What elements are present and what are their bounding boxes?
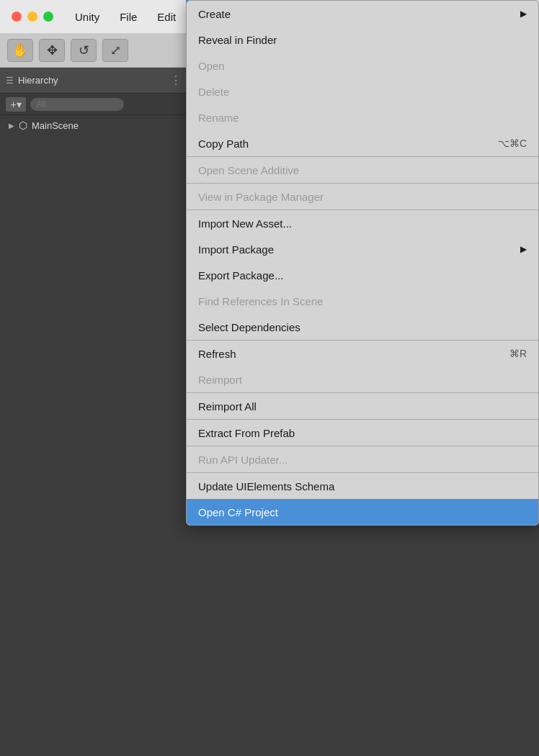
scene-name: MainScene <box>32 120 79 131</box>
menu-item-update-ui-elements[interactable]: Update UIElements Schema <box>187 473 538 499</box>
maximize-tool-button[interactable]: ⤢ <box>102 39 128 62</box>
menu-section-9: Update UIElements Schema Open C# Project <box>187 473 538 525</box>
close-button[interactable] <box>12 12 22 22</box>
menu-item-select-dependencies[interactable]: Select Dependencies <box>187 314 538 340</box>
menu-item-import-package[interactable]: Import Package ▶ <box>187 236 538 262</box>
menu-item-reimport-all[interactable]: Reimport All <box>187 393 538 419</box>
hierarchy-list-icon: ☰ <box>6 76 14 86</box>
menu-item-open-csharp-project[interactable]: Open C# Project <box>187 499 538 525</box>
menu-item-open-scene-additive: Open Scene Additive <box>187 157 538 183</box>
move-icon: ✥ <box>47 42 58 58</box>
menu-item-find-references: Find References In Scene <box>187 288 538 314</box>
window-controls <box>0 0 65 33</box>
menu-section-1: Create ▶ Reveal in Finder Open Delete Re… <box>187 1 538 157</box>
rotate-tool-button[interactable]: ↺ <box>71 39 97 62</box>
arrow-icon: ▶ <box>520 9 527 19</box>
menu-section-5: Refresh ⌘R Reimport <box>187 341 538 393</box>
menu-item-delete: Delete <box>187 78 538 104</box>
menu-item-open: Open <box>187 53 538 78</box>
hand-icon: ✋ <box>12 42 28 58</box>
copy-path-shortcut: ⌥⌘C <box>498 138 527 149</box>
hierarchy-panel: ☰ Hierarchy ⋮ +▾ ▶ ⬡ MainScene <box>0 68 187 756</box>
menu-item-reveal-in-finder[interactable]: Reveal in Finder <box>187 27 538 53</box>
menu-section-2: Open Scene Additive <box>187 157 538 184</box>
menu-item-create[interactable]: Create ▶ <box>187 1 538 27</box>
hierarchy-header: ☰ Hierarchy ⋮ <box>0 68 187 94</box>
search-bar: +▾ <box>0 94 187 115</box>
minimize-button[interactable] <box>27 12 37 22</box>
expand-icon: ▶ <box>9 122 14 130</box>
move-tool-button[interactable]: ✥ <box>39 39 65 62</box>
hierarchy-options-icon[interactable]: ⋮ <box>170 73 182 87</box>
menu-item-import-new-asset[interactable]: Import New Asset... <box>187 210 538 236</box>
menu-item-copy-path[interactable]: Copy Path ⌥⌘C <box>187 130 538 156</box>
menu-item-refresh[interactable]: Refresh ⌘R <box>187 341 538 366</box>
menu-section-3: View in Package Manager <box>187 184 538 210</box>
hierarchy-title: Hierarchy <box>18 75 58 86</box>
menu-file[interactable]: File <box>110 0 147 33</box>
assets-dropdown-menu: Create ▶ Reveal in Finder Open Delete Re… <box>186 0 539 526</box>
menu-item-run-api-updater: Run API Updater... <box>187 446 538 472</box>
rotate-icon: ↺ <box>79 42 89 58</box>
menu-section-6: Reimport All <box>187 393 538 420</box>
menu-item-rename: Rename <box>187 104 538 130</box>
menu-item-extract-from-prefab[interactable]: Extract From Prefab <box>187 420 538 446</box>
menu-section-4: Import New Asset... Import Package ▶ Exp… <box>187 210 538 341</box>
scene-item[interactable]: ▶ ⬡ MainScene <box>0 115 187 135</box>
search-input[interactable] <box>30 98 124 111</box>
refresh-shortcut: ⌘R <box>509 348 527 359</box>
menu-item-export-package[interactable]: Export Package... <box>187 262 538 288</box>
menu-section-8: Run API Updater... <box>187 446 538 473</box>
maximize-icon: ⤢ <box>110 42 121 58</box>
menu-item-view-in-package-manager: View in Package Manager <box>187 184 538 210</box>
import-package-arrow-icon: ▶ <box>520 244 527 254</box>
scene-icon: ⬡ <box>19 120 27 131</box>
maximize-button[interactable] <box>43 12 53 22</box>
hand-tool-button[interactable]: ✋ <box>7 39 33 62</box>
menu-edit[interactable]: Edit <box>147 0 186 33</box>
menu-unity[interactable]: Unity <box>65 0 110 33</box>
menu-item-reimport: Reimport <box>187 366 538 392</box>
menu-section-7: Extract From Prefab <box>187 420 538 446</box>
add-button[interactable]: +▾ <box>6 97 26 112</box>
